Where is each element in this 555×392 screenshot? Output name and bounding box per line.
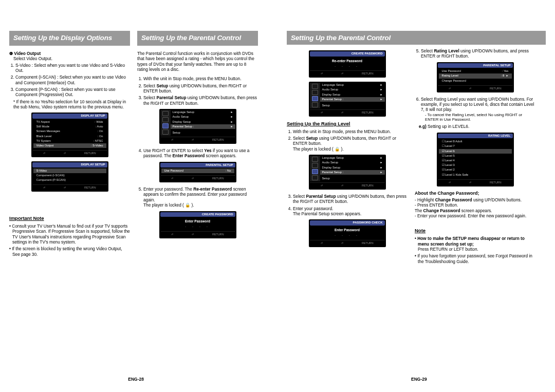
col-display-options: Setting Up the Display Options ❻ Video O… bbox=[9, 31, 130, 258]
rl-step-2: Select Setup using UP/DOWN buttons, then… bbox=[293, 136, 408, 152]
video-output-title: Video Output bbox=[14, 51, 41, 56]
pc-step-5: Enter your password. The Re-enter Passwo… bbox=[143, 186, 258, 208]
header-parental-2: Setting Up the Parental Control bbox=[287, 31, 546, 45]
col-parental-1: Setting Up the Parental Control The Pare… bbox=[137, 31, 258, 258]
osd-parental-setup: PARENTAL SETUP Use Password: No ⏎⏎RETURN bbox=[159, 162, 236, 182]
osd-display-setup-2: DISPLAY SETUP S-Video Component (I-SCAN)… bbox=[31, 161, 108, 192]
header-display-options: Setting Up the Display Options bbox=[9, 31, 130, 46]
rl-step-1: With the unit in Stop mode, press the ME… bbox=[293, 129, 408, 134]
page-left: Setting Up the Display Options ❻ Video O… bbox=[0, 0, 278, 392]
rl-step-5: Select Rating Level using UP/DOWN button… bbox=[421, 48, 535, 59]
osd-reenter-password: CREATE PASSWORD Re-enter Password - - - … bbox=[309, 50, 386, 78]
vo-item-3: Component (P-SCAN) : Select when you wan… bbox=[15, 87, 130, 98]
page-number-left: ENG-28 bbox=[128, 377, 144, 382]
osd-rating-level: RATING LEVEL ☐ Level 8 Adult ☐ Level 7 ☑… bbox=[437, 133, 514, 186]
pc-step-3: Select Parental Setup using UP/DOWN butt… bbox=[143, 95, 258, 106]
video-output-desc: Select Video Output. bbox=[9, 56, 130, 61]
rl-step-4: Enter your password.The Parental Setup s… bbox=[293, 206, 408, 217]
vo-item-1: S-Video : Select when you want to use Vi… bbox=[15, 63, 130, 73]
header-parental-1: Setting Up the Parental Control bbox=[137, 31, 258, 46]
page-right: Setting Up the Parental Control CREATE P… bbox=[278, 0, 555, 392]
important-note-1: Consult your TV User's Manual to find ou… bbox=[9, 223, 130, 245]
pc-step-1: With the unit in Stop mode, press the ME… bbox=[143, 76, 258, 81]
vo-star-note: * If there is no Yes/No selection for 10… bbox=[9, 99, 130, 110]
important-note-heading: Important Note bbox=[9, 215, 130, 221]
osd-password-check: PASSWORD CHECK Enter Password - - - - ⏎⏎… bbox=[309, 219, 386, 247]
vo-item-2: Component (I-SCAN) : Select when you wan… bbox=[15, 74, 130, 85]
important-note-2: If the screen is blocked by setting the … bbox=[9, 246, 130, 257]
osd-display-setup-1: DISPLAY SETUP TV Aspect: Wide Still Mode… bbox=[31, 113, 108, 157]
rating-level-heading: Setting Up the Rating Level bbox=[287, 121, 408, 127]
osd-setup-menu-3: Language Setup Audio Setup Display Setup… bbox=[309, 155, 386, 190]
osd-setup-menu: Language Setup Audio Setup Display Setup… bbox=[159, 109, 236, 144]
change-password-heading: About the Change Password; bbox=[415, 191, 535, 196]
osd-setup-menu-locked: Language Setup Audio Setup Display Setup… bbox=[309, 82, 386, 117]
pc-step-2: Select Setup using UP/DOWN buttons, then… bbox=[143, 83, 258, 94]
note-2: If you have forgotten your password, see… bbox=[415, 253, 535, 264]
col-parental-2: CREATE PASSWORD Re-enter Password - - - … bbox=[287, 47, 408, 266]
osd-enter-password: CREATE PASSWORD Enter Password - - - - ⏎… bbox=[159, 211, 236, 238]
note-1: How to make the SETUP menu disappear or … bbox=[415, 236, 535, 252]
rl-step-6: Select Rating Level you want using UP/DO… bbox=[421, 97, 535, 123]
video-output-num: ❻ bbox=[9, 51, 13, 56]
rl-step-3: Select Parental Setup using UP/DOWN butt… bbox=[293, 194, 408, 204]
pc-step-4: Use RIGHT or ENTER to select Yes if you … bbox=[143, 148, 258, 159]
page-number-right: ENG-29 bbox=[411, 377, 427, 382]
parental-intro: The Parental Control function works in c… bbox=[137, 51, 258, 72]
col-parental-3: Select Rating Level using UP/DOWN button… bbox=[415, 47, 535, 266]
osd-parental-setup-2: PARENTAL SETUP Use Password: Yes Rating … bbox=[437, 62, 514, 92]
manual-spread: Setting Up the Display Options ❻ Video O… bbox=[0, 0, 555, 392]
note-heading: Note bbox=[415, 228, 535, 234]
